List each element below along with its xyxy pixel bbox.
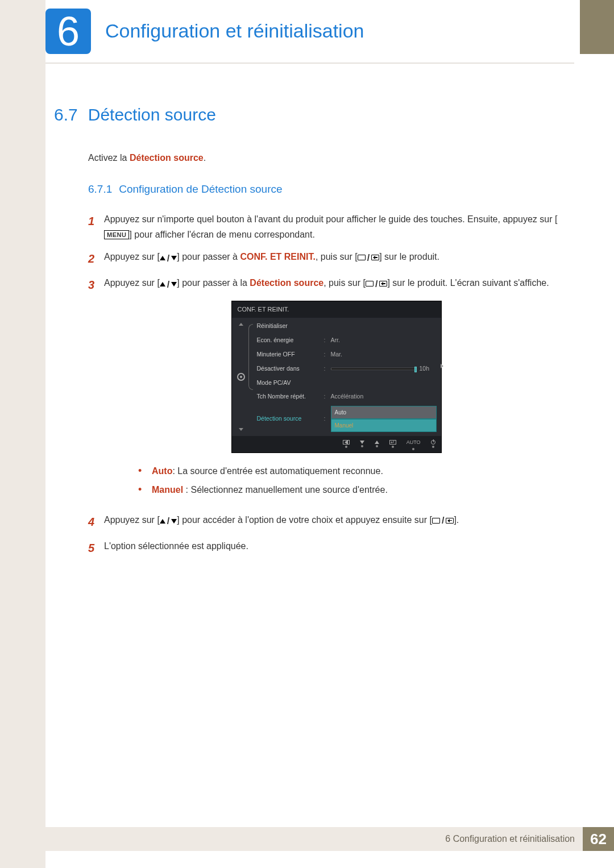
osd-value: Arr. (331, 335, 437, 346)
bullet-label: Manuel (152, 485, 183, 495)
step-5: 5 L'option sélectionnée est appliquée. (88, 538, 569, 558)
osd-footer: ↵ AUTO (232, 436, 441, 452)
osd-footer-auto: AUTO (406, 438, 421, 450)
osd-label: Mode PC/AV (257, 378, 324, 388)
step-2: 2 Appuyez sur [/] pour passer à CONF. ET… (88, 249, 569, 268)
step-3: 3 Appuyez sur [/] pour passer à la Détec… (88, 275, 569, 505)
osd-row-eco: Econ. énergie : Arr. (250, 334, 437, 348)
step-body: Appuyez sur [/] pour passer à la Détecti… (104, 275, 569, 505)
osd-option-auto: Auto (331, 406, 437, 419)
osd-colon: : (324, 350, 331, 360)
page-footer: 6 Configuration et réinitialisation 62 (45, 827, 614, 851)
osd-title: CONF. ET REINIT. (232, 301, 441, 318)
step-4: 4 Appuyez sur [/] pour accéder à l'optio… (88, 512, 569, 531)
intro-highlight: Détection source (130, 153, 204, 163)
text: ] pour passer à la (177, 278, 250, 288)
osd-slider (331, 368, 416, 370)
osd-down-icon (239, 428, 243, 431)
text: L'option sélectionnée est appliquée. (104, 541, 248, 551)
header-divider (45, 63, 574, 64)
step-1: 1 Appuyez sur n'importe quel bouton à l'… (88, 211, 569, 242)
text: : Sélectionnez manuellement une source d… (183, 485, 388, 495)
text: ] pour accéder à l'option de votre choix… (177, 515, 432, 525)
text: , puis sur [ (323, 278, 366, 288)
chapter-number-box: 6 (45, 9, 91, 54)
subsection-heading: 6.7.1Configuration de Détection source (88, 183, 569, 196)
intro-after: . (204, 153, 206, 163)
text: Appuyez sur n'importe quel bouton à l'av… (104, 214, 557, 224)
subsection-title: Configuration de Détection source (119, 183, 282, 195)
osd-colon: : (324, 335, 331, 346)
target-bold: Détection source (250, 278, 323, 288)
text: Appuyez sur [ (104, 278, 160, 288)
osd-body: Réinitialiser Econ. énergie : Arr. Minut… (232, 318, 441, 436)
intro-text: Activez la Détection source. (88, 153, 569, 163)
osd-footer-back-icon (343, 440, 350, 448)
step-number: 3 (88, 275, 104, 294)
up-down-icon: / (160, 513, 177, 529)
osd-row-offin: Désactiver dans : 10h (250, 362, 437, 376)
osd-rows: Réinitialiser Econ. énergie : Arr. Minut… (250, 319, 441, 434)
osd-footer-up-icon (375, 441, 379, 447)
steps-list: 1 Appuyez sur n'importe quel bouton à l'… (88, 211, 569, 558)
select-enter-icon: / (432, 513, 454, 528)
option-bullets: • Auto: La source d'entrée est automatiq… (138, 463, 569, 499)
osd-row-pcav: Mode PC/AV (250, 376, 437, 390)
step-body: Appuyez sur [/] pour accéder à l'option … (104, 512, 569, 529)
menu-button-icon: MENU (104, 230, 129, 239)
text: ] sur le produit. L'écran suivant s'affi… (387, 278, 549, 288)
osd-left-nav (232, 319, 250, 434)
step-body: Appuyez sur n'importe quel bouton à l'av… (104, 211, 569, 242)
osd-label: Réinitialiser (257, 321, 324, 331)
text: ]. (454, 515, 459, 525)
osd-dropdown: Auto Manuel (331, 406, 437, 432)
left-margin (0, 0, 45, 868)
osd-row-reset: Réinitialiser (250, 319, 437, 334)
osd-value: 10h (420, 364, 437, 374)
page-content: 6.7Détection source Activez la Détection… (54, 105, 569, 564)
intro-before: Activez la (88, 153, 130, 163)
step-number: 5 (88, 538, 104, 558)
text: ] sur le produit. (379, 252, 439, 261)
bullet-auto: • Auto: La source d'entrée est automatiq… (138, 463, 569, 480)
top-right-bar (580, 0, 614, 54)
step-number: 2 (88, 249, 104, 268)
osd-label: Tch Nombre répét. (257, 392, 324, 402)
bullet-text: Manuel : Sélectionnez manuellement une s… (152, 482, 388, 499)
text: , puis sur [ (316, 252, 358, 261)
text: Appuyez sur [ (104, 515, 160, 525)
osd-label-highlight: Détection source (257, 414, 324, 424)
osd-colon: : (324, 392, 331, 402)
osd-screenshot: CONF. ET REINIT. Réinitialiser (231, 301, 442, 453)
bullet-dot-icon: • (138, 482, 152, 497)
footer-stripe: 6 Configuration et réinitialisation (45, 827, 583, 851)
up-down-icon: / (160, 251, 177, 266)
osd-value: Mar. (331, 350, 437, 360)
bullet-label: Auto (152, 466, 172, 476)
step-body: Appuyez sur [/] pour passer à CONF. ET R… (104, 249, 569, 266)
step-number: 4 (88, 512, 104, 531)
osd-colon: : (324, 414, 331, 424)
bullet-dot-icon: • (138, 463, 152, 479)
osd-colon: : (324, 364, 331, 374)
osd-row-repeat: Tch Nombre répét. : Accélération (250, 390, 437, 404)
osd-label: Econ. énergie (257, 335, 324, 346)
text: : La source d'entrée est automatiquement… (172, 466, 383, 476)
osd-footer-power-icon (431, 440, 435, 448)
section-heading: 6.7Détection source (54, 105, 569, 124)
bullet-text: Auto: La source d'entrée est automatique… (152, 463, 383, 480)
osd-footer-enter-icon: ↵ (389, 440, 396, 448)
subsection-number: 6.7.1 (88, 183, 112, 195)
text: ] pour passer à (177, 252, 240, 261)
osd-bracket (248, 324, 253, 390)
osd-label: Désactiver dans (257, 364, 324, 374)
step-body: L'option sélectionnée est appliquée. (104, 538, 569, 554)
up-down-icon: / (160, 277, 177, 292)
osd-up-icon (239, 323, 243, 326)
step-number: 1 (88, 211, 104, 231)
osd-row-timer: Minuterie OFF : Mar. (250, 347, 437, 362)
footer-chapter: 6 Configuration et réinitialisation (445, 834, 575, 844)
osd-option-manuel: Manuel (331, 419, 437, 432)
osd-value: Accélération (331, 392, 437, 402)
text: ] pour afficher l'écran de menu correspo… (129, 230, 315, 239)
